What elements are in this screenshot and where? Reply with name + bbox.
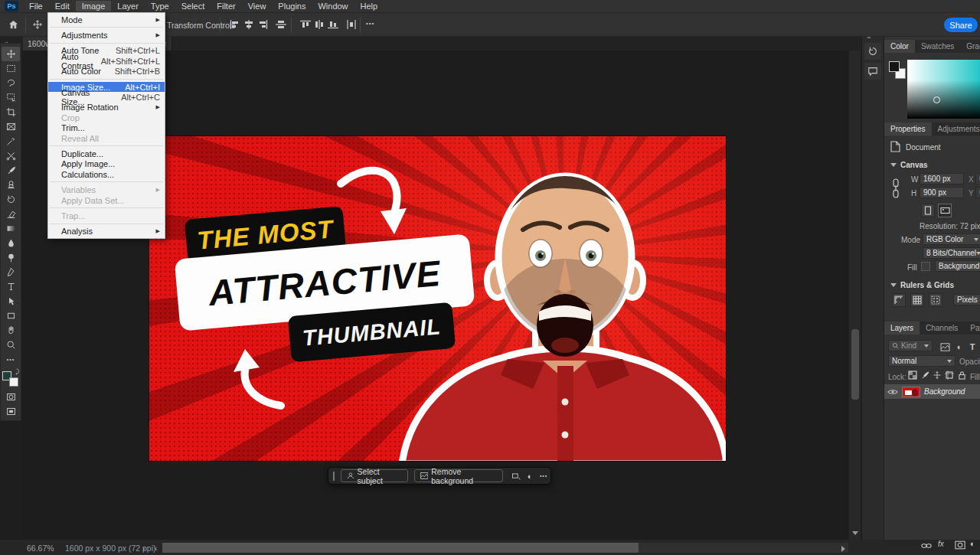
menu-view[interactable]: View xyxy=(242,1,273,11)
link-dimensions-icon[interactable] xyxy=(892,178,900,199)
grid-icon[interactable] xyxy=(910,293,924,307)
taskbar-drag-handle[interactable] xyxy=(333,472,335,481)
menu-item-auto-contrast[interactable]: Auto ContrastAlt+Shift+Ctrl+L xyxy=(48,56,165,66)
history-panel-icon[interactable] xyxy=(864,43,881,60)
menu-item-image-rotation[interactable]: Image Rotation▶ xyxy=(48,103,165,113)
clone-stamp-tool[interactable] xyxy=(2,178,20,192)
marquee-tool[interactable] xyxy=(2,61,20,76)
layer-visibility-icon[interactable] xyxy=(887,388,898,396)
filter-adjustment-layers-icon[interactable]: ◐ xyxy=(952,340,966,354)
taskbar-more-icon[interactable]: ••• xyxy=(537,473,550,478)
lasso-tool[interactable] xyxy=(2,76,20,90)
distribute-bottom-icon[interactable] xyxy=(325,16,341,33)
menu-layer[interactable]: Layer xyxy=(111,1,145,11)
filter-type-layers-icon[interactable]: T xyxy=(965,340,979,354)
menu-image[interactable]: Image xyxy=(76,1,112,11)
rulers-icon[interactable] xyxy=(892,293,906,307)
menu-item-canvas-size[interactable]: Canvas Size...Alt+Ctrl+C xyxy=(48,92,165,102)
distribute-vertical-icon[interactable] xyxy=(343,16,360,33)
move-tool-options-icon[interactable] xyxy=(29,16,46,33)
document-canvas[interactable]: THE MOST ATTRACTIVE THUMBNAIL xyxy=(149,136,726,461)
menu-edit[interactable]: Edit xyxy=(49,1,76,11)
zoom-tool[interactable] xyxy=(2,338,20,352)
link-layers-icon[interactable] xyxy=(921,542,932,551)
background-color-swatch[interactable] xyxy=(9,377,18,387)
layer-mask-icon[interactable] xyxy=(955,540,965,551)
menu-item-auto-color[interactable]: Auto ColorShift+Ctrl+B xyxy=(48,67,165,77)
adjustments-icon[interactable]: ◐ xyxy=(523,472,537,481)
color-field[interactable] xyxy=(907,60,980,119)
brush-tool[interactable] xyxy=(2,163,20,178)
tab-adjustments[interactable]: Adjustments xyxy=(932,122,980,135)
tab-swatches[interactable]: Swatches xyxy=(915,40,960,53)
menu-item-trim[interactable]: Trim... xyxy=(48,123,165,133)
menu-type[interactable]: Type xyxy=(145,1,175,11)
hand-tool[interactable] xyxy=(2,323,20,338)
quick-mask-icon[interactable] xyxy=(2,390,20,404)
layer-thumbnail[interactable] xyxy=(902,387,920,397)
color-picker-ring[interactable] xyxy=(933,96,940,103)
blur-tool[interactable] xyxy=(2,236,20,250)
eyedropper-tool[interactable] xyxy=(2,134,20,149)
path-selection-tool[interactable] xyxy=(2,294,20,309)
units-dropdown[interactable]: Pixels xyxy=(953,294,980,305)
menu-window[interactable]: Window xyxy=(312,1,354,11)
edit-toolbar-icon[interactable]: ••• xyxy=(2,352,20,367)
type-tool[interactable] xyxy=(2,279,20,294)
menu-filter[interactable]: Filter xyxy=(211,1,241,11)
rectangle-tool[interactable] xyxy=(2,309,20,323)
horizontal-scrollbar[interactable] xyxy=(162,543,848,553)
frame-tool[interactable] xyxy=(2,119,20,134)
rulers-grids-header[interactable]: Rulers & Grids xyxy=(890,281,954,289)
color-panel-swatches[interactable] xyxy=(889,61,904,81)
menu-select[interactable]: Select xyxy=(175,1,211,11)
pixel-grid-icon[interactable] xyxy=(929,293,942,307)
scroll-right-arrow[interactable] xyxy=(841,546,845,552)
menu-item-mode[interactable]: Mode▶ xyxy=(48,15,165,24)
menu-item-adjustments[interactable]: Adjustments▶ xyxy=(48,30,165,40)
history-brush-tool[interactable] xyxy=(2,192,20,207)
tab-properties[interactable]: Properties xyxy=(884,122,932,135)
pen-tool[interactable] xyxy=(2,265,20,279)
foreground-background-colors[interactable]: ⤸ xyxy=(2,370,19,387)
lock-paint-icon[interactable] xyxy=(920,371,929,381)
lock-all-icon[interactable] xyxy=(958,371,966,381)
align-middle-icon[interactable] xyxy=(273,16,289,33)
status-prev-icon[interactable]: ‹ xyxy=(155,544,158,553)
lock-artboard-icon[interactable] xyxy=(945,371,954,381)
tab-paths[interactable]: Paths xyxy=(964,322,980,335)
share-button[interactable]: Share xyxy=(944,18,978,32)
zoom-level[interactable]: 66.67% xyxy=(27,544,54,553)
gradient-tool[interactable] xyxy=(2,221,20,236)
horizontal-scrollbar-thumb[interactable] xyxy=(162,543,639,553)
select-subject-button[interactable]: Select subject xyxy=(341,469,408,482)
screen-mode-icon[interactable] xyxy=(2,404,20,419)
dodge-tool[interactable] xyxy=(2,250,20,265)
menu-item-duplicate[interactable]: Duplicate... xyxy=(48,149,165,158)
layer-row-background[interactable]: Background xyxy=(884,384,980,399)
y-field[interactable]: 0 px xyxy=(975,187,980,198)
status-next-icon[interactable]: › xyxy=(142,544,145,553)
eraser-tool[interactable] xyxy=(2,207,20,221)
menu-item-apply-image[interactable]: Apply Image... xyxy=(48,159,165,169)
blend-mode-dropdown[interactable]: Normal xyxy=(888,355,956,367)
menu-item-analysis[interactable]: Analysis▶ xyxy=(48,227,165,237)
lock-transparency-icon[interactable] xyxy=(908,371,917,381)
object-selection-tool[interactable] xyxy=(2,90,20,105)
foreground-swatch[interactable] xyxy=(889,61,900,72)
fill-checkbox[interactable] xyxy=(921,262,930,271)
align-right-icon[interactable] xyxy=(254,16,271,33)
width-field[interactable]: 1600 px xyxy=(920,173,964,184)
crop-tool[interactable] xyxy=(2,105,20,119)
transform-controls-label[interactable]: Transform Controls xyxy=(167,21,235,30)
layer-effects-icon[interactable]: fx xyxy=(938,540,944,548)
healing-brush-tool[interactable] xyxy=(2,149,20,163)
move-tool[interactable] xyxy=(2,47,20,61)
home-icon[interactable] xyxy=(5,16,21,33)
filter-pixel-layers-icon[interactable] xyxy=(938,340,952,354)
lock-position-icon[interactable] xyxy=(933,371,942,381)
mode-dropdown[interactable]: RGB Color xyxy=(923,233,980,245)
comments-panel-icon[interactable] xyxy=(864,63,881,80)
x-field[interactable]: 0 px xyxy=(975,173,980,184)
new-adjustment-layer-icon[interactable]: ◐ xyxy=(970,539,975,548)
